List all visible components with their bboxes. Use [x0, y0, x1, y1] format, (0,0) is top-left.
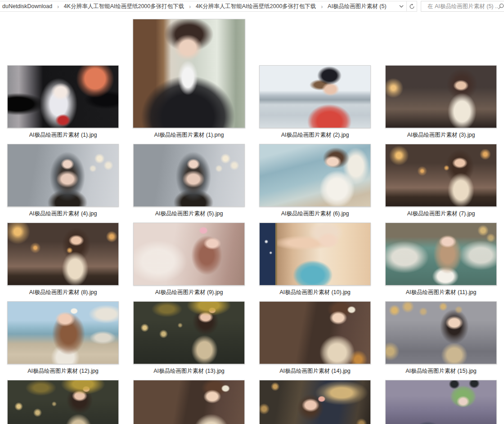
file-thumbnail[interactable] [7, 144, 119, 207]
file-thumbnail[interactable] [133, 19, 245, 128]
file-row [0, 375, 504, 424]
file-row: AI极品绘画图片素材 (1).jpg AI极品绘画图片素材 (1).png AI… [0, 13, 504, 138]
file-item[interactable]: AI极品绘画图片素材 (4).jpg [0, 138, 126, 217]
search-box [421, 1, 504, 12]
breadcrumb-separator-icon: › [185, 3, 195, 9]
refresh-icon [409, 4, 415, 9]
file-item[interactable]: AI极品绘画图片素材 (7).jpg [378, 138, 504, 217]
file-item[interactable]: AI极品绘画图片素材 (6).jpg [252, 138, 378, 217]
file-item[interactable]: AI极品绘画图片素材 (2).jpg [252, 13, 378, 138]
file-row: AI极品绘画图片素材 (4).jpg AI极品绘画图片素材 (5).jpg AI… [0, 138, 504, 217]
file-item[interactable] [378, 375, 504, 424]
breadcrumb: duNetdiskDownload›4K分辨率人工智能AI绘画壁纸2000多张打… [0, 3, 396, 10]
file-name[interactable]: AI极品绘画图片素材 (14).jpg [279, 367, 351, 375]
file-row: AI极品绘画图片素材 (8).jpg AI极品绘画图片素材 (9).jpg AI… [0, 217, 504, 296]
file-thumbnail[interactable] [385, 223, 497, 286]
breadcrumb-separator-icon: › [53, 3, 63, 9]
search-input[interactable] [421, 1, 504, 11]
address-bar-controls [396, 1, 417, 11]
file-thumbnail[interactable] [133, 223, 245, 286]
file-item[interactable]: AI极品绘画图片素材 (10).jpg [252, 217, 378, 296]
file-name[interactable]: AI极品绘画图片素材 (4).jpg [29, 210, 97, 217]
file-name[interactable]: AI极品绘画图片素材 (1).png [154, 131, 224, 138]
file-grid: AI极品绘画图片素材 (1).jpg AI极品绘画图片素材 (1).png AI… [0, 13, 504, 424]
file-name[interactable]: AI极品绘画图片素材 (8).jpg [29, 289, 97, 296]
file-thumbnail[interactable] [133, 301, 245, 364]
file-name[interactable]: AI极品绘画图片素材 (9).jpg [155, 289, 223, 296]
address-dropdown-button[interactable] [396, 1, 406, 11]
file-thumbnail[interactable] [7, 65, 119, 128]
file-item[interactable]: AI极品绘画图片素材 (14).jpg [252, 296, 378, 375]
file-item[interactable]: AI极品绘画图片素材 (9).jpg [126, 217, 252, 296]
file-name[interactable]: AI极品绘画图片素材 (3).jpg [407, 131, 475, 138]
file-item[interactable]: AI极品绘画图片素材 (1).jpg [0, 13, 126, 138]
breadcrumb-item[interactable]: duNetdiskDownload [1, 3, 53, 9]
file-thumbnail[interactable] [7, 380, 119, 424]
file-name[interactable]: AI极品绘画图片素材 (1).jpg [29, 131, 97, 138]
file-item[interactable] [126, 375, 252, 424]
file-name[interactable]: AI极品绘画图片素材 (15).jpg [405, 367, 477, 375]
file-thumbnail[interactable] [385, 144, 497, 207]
file-name[interactable]: AI极品绘画图片素材 (11).jpg [406, 289, 477, 296]
file-item[interactable]: AI极品绘画图片素材 (15).jpg [378, 296, 504, 375]
file-name[interactable]: AI极品绘画图片素材 (10).jpg [279, 289, 351, 296]
file-item[interactable]: AI极品绘画图片素材 (13).jpg [126, 296, 252, 375]
file-thumbnail[interactable] [259, 65, 371, 128]
file-thumbnail[interactable] [385, 380, 497, 424]
file-item[interactable]: AI极品绘画图片素材 (5).jpg [126, 138, 252, 217]
file-item[interactable]: AI极品绘画图片素材 (8).jpg [0, 217, 126, 296]
file-thumbnail[interactable] [385, 65, 497, 128]
file-name[interactable]: AI极品绘画图片素材 (6).jpg [281, 210, 349, 217]
file-thumbnail[interactable] [259, 380, 371, 424]
file-name[interactable]: AI极品绘画图片素材 (2).jpg [281, 131, 349, 138]
file-item[interactable] [252, 375, 378, 424]
breadcrumb-item[interactable]: AI极品绘画图片素材 (5) [327, 3, 387, 10]
address-bar[interactable]: duNetdiskDownload›4K分辨率人工智能AI绘画壁纸2000多张打… [0, 1, 417, 12]
file-thumbnail[interactable] [133, 144, 245, 207]
file-thumbnail[interactable] [7, 223, 119, 286]
breadcrumb-separator-icon: › [317, 3, 327, 9]
chevron-down-icon [399, 5, 404, 8]
file-name[interactable]: AI极品绘画图片素材 (13).jpg [153, 367, 225, 375]
refresh-button[interactable] [407, 1, 417, 11]
file-item[interactable] [0, 375, 126, 424]
file-thumbnail[interactable] [259, 301, 371, 364]
file-thumbnail[interactable] [259, 223, 371, 286]
file-name[interactable]: AI极品绘画图片素材 (12).jpg [27, 367, 99, 375]
file-thumbnail[interactable] [7, 301, 119, 364]
file-name[interactable]: AI极品绘画图片素材 (7).jpg [407, 210, 475, 217]
file-thumbnail[interactable] [385, 301, 497, 364]
file-item[interactable]: AI极品绘画图片素材 (11).jpg [378, 217, 504, 296]
file-thumbnail[interactable] [133, 380, 245, 424]
search-icon[interactable] [498, 3, 504, 10]
file-item[interactable]: AI极品绘画图片素材 (12).jpg [0, 296, 126, 375]
file-name[interactable]: AI极品绘画图片素材 (5).jpg [155, 210, 223, 217]
file-item[interactable]: AI极品绘画图片素材 (1).png [126, 13, 252, 138]
explorer-toolbar: duNetdiskDownload›4K分辨率人工智能AI绘画壁纸2000多张打… [0, 0, 504, 13]
file-row: AI极品绘画图片素材 (12).jpg AI极品绘画图片素材 (13).jpg … [0, 296, 504, 375]
breadcrumb-item[interactable]: 4K分辨率人工智能AI绘画壁纸2000多张打包下载 [195, 3, 317, 10]
breadcrumb-item[interactable]: 4K分辨率人工智能AI绘画壁纸2000多张打包下载 [63, 3, 185, 10]
file-thumbnail[interactable] [259, 144, 371, 207]
file-item[interactable]: AI极品绘画图片素材 (3).jpg [378, 13, 504, 138]
